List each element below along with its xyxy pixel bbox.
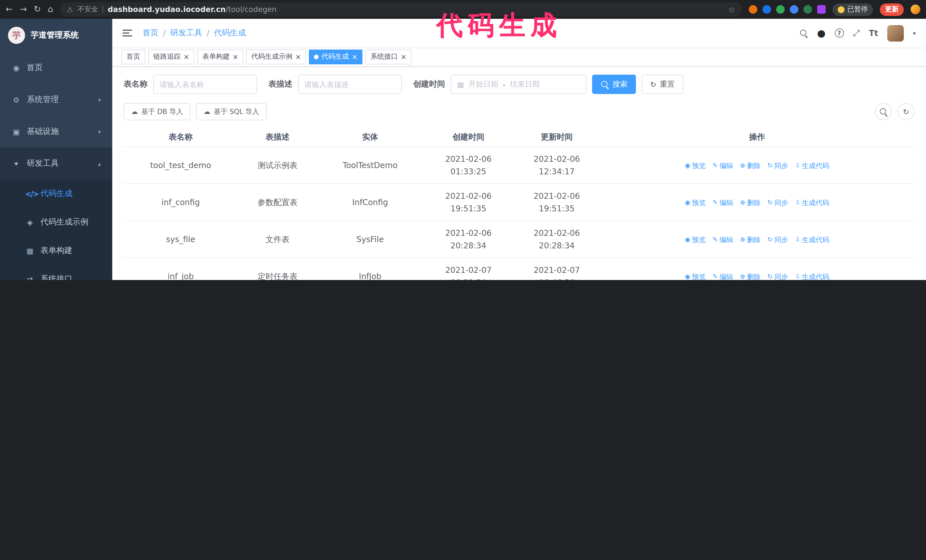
tab-代码生成示例[interactable]: 代码生成示例× [246, 49, 306, 64]
table-name-input[interactable] [153, 75, 257, 94]
warning-icon: ⚠ [67, 5, 73, 14]
action-edit-link[interactable]: ✎编辑 [713, 234, 733, 246]
reset-button[interactable]: ↻ 重置 [642, 75, 683, 94]
sidebar-item-infrastructure[interactable]: ▣ 基础设施 ▾ [0, 116, 112, 148]
update-button[interactable]: 更新 [880, 3, 904, 16]
date-end-placeholder[interactable]: 结束日期 [510, 79, 540, 89]
cell-updated: 2021-02-07 06:46:56 [514, 258, 599, 280]
font-size-icon[interactable]: Tt [869, 29, 878, 38]
tools-icon: ✦ [11, 159, 21, 168]
back-icon[interactable]: ← [6, 5, 13, 14]
import-db-label: 基于 DB 导入 [141, 107, 183, 116]
cell-desc: 测试示例表 [238, 147, 318, 184]
action-generate-link[interactable]: ⇩生成代码 [795, 270, 829, 280]
action-preview-link[interactable]: ◉预览 [685, 234, 706, 246]
cell-actions: ◉预览✎编辑⊗删除↻同步⇩生成代码 [599, 184, 915, 221]
sidebar-item-codegen-example[interactable]: ◈ 代码生成示例 [0, 208, 112, 236]
search-button[interactable]: 搜索 [592, 75, 636, 94]
create-time-range-picker[interactable]: ▦ 开始日期 - 结束日期 [451, 75, 586, 94]
refresh-table-button[interactable]: ↻ [897, 103, 915, 120]
tab-系统接口[interactable]: 系统接口× [366, 49, 412, 64]
date-separator: - [503, 80, 505, 89]
action-label: 生成代码 [802, 234, 829, 246]
breadcrumb-home[interactable]: 首页 [142, 28, 159, 38]
action-preview-link[interactable]: ◉预览 [685, 160, 706, 172]
github-icon[interactable]: ● [817, 27, 826, 39]
sidebar-item-home[interactable]: ◉ 首页 [0, 52, 112, 84]
topbar-actions: ● ? ⤢ Tt ▾ [799, 25, 916, 41]
home-icon[interactable]: ⌂ [48, 5, 53, 14]
tab-首页[interactable]: 首页 [121, 49, 145, 64]
preview-icon: ◉ [685, 160, 690, 172]
action-label: 预览 [692, 196, 706, 209]
extension-icon[interactable] [749, 5, 757, 14]
action-edit-link[interactable]: ✎编辑 [713, 196, 733, 209]
action-label: 编辑 [719, 160, 733, 172]
tab-代码生成[interactable]: 代码生成× [309, 49, 362, 64]
sync-icon: ↻ [767, 196, 773, 209]
date-start-placeholder[interactable]: 开始日期 [469, 79, 498, 89]
action-preview-link[interactable]: ◉预览 [685, 196, 706, 209]
profile-paused-badge[interactable]: 已暂停 [832, 3, 873, 16]
action-preview-link[interactable]: ◉预览 [685, 270, 706, 280]
chevron-down-icon[interactable]: ▾ [913, 30, 916, 36]
import-db-button[interactable]: ☁ 基于 DB 导入 [124, 103, 190, 120]
sidebar-item-codegen[interactable]: </> 代码生成 [0, 180, 112, 208]
col-entity: 实体 [318, 127, 423, 147]
extension-icon[interactable] [790, 5, 798, 14]
action-generate-link[interactable]: ⇩生成代码 [795, 160, 829, 172]
help-icon[interactable]: ? [835, 29, 844, 38]
action-edit-link[interactable]: ✎编辑 [713, 270, 733, 280]
cell-name: tool_test_demo [124, 147, 238, 184]
sidebar-item-form-builder[interactable]: ▦ 表单构建 [0, 236, 112, 265]
tab-表单构建[interactable]: 表单构建× [197, 49, 243, 64]
close-icon[interactable]: × [295, 53, 301, 60]
action-label: 预览 [692, 160, 706, 172]
action-delete-link[interactable]: ⊗删除 [740, 160, 761, 172]
edit-icon: ✎ [713, 270, 718, 280]
fullscreen-icon[interactable]: ⤢ [853, 28, 859, 38]
search-icon[interactable] [799, 29, 808, 37]
action-generate-link[interactable]: ⇩生成代码 [795, 234, 829, 246]
action-delete-link[interactable]: ⊗删除 [740, 270, 761, 280]
import-sql-button[interactable]: ☁ 基于 SQL 导入 [196, 103, 266, 120]
action-sync-link[interactable]: ↻同步 [767, 270, 788, 280]
sidebar-item-dev-tools[interactable]: ✦ 研发工具 ▴ [0, 148, 112, 180]
action-sync-link[interactable]: ↻同步 [767, 196, 788, 209]
col-table-desc: 表描述 [238, 127, 318, 147]
browser-profile-avatar[interactable] [911, 5, 920, 14]
hamburger-icon[interactable] [123, 30, 132, 36]
sidebar-item-api[interactable]: ⇄ 系统接口 [0, 265, 112, 280]
close-icon[interactable]: × [352, 53, 357, 60]
toggle-search-button[interactable] [875, 103, 892, 120]
puzzle-extension-icon[interactable] [817, 5, 826, 14]
extension-icon[interactable] [763, 5, 771, 14]
close-icon[interactable]: × [233, 53, 238, 60]
tab-链路追踪[interactable]: 链路追踪× [148, 49, 194, 64]
close-icon[interactable]: × [401, 53, 407, 60]
forward-icon[interactable]: → [20, 5, 27, 14]
avatar[interactable] [887, 25, 904, 41]
breadcrumb-dev-tools[interactable]: 研发工具 [170, 28, 202, 38]
extension-icon[interactable] [776, 5, 785, 14]
close-icon[interactable]: × [183, 53, 189, 60]
table-desc-input[interactable] [298, 75, 402, 94]
action-delete-link[interactable]: ⊗删除 [740, 234, 761, 246]
reload-icon[interactable]: ↻ [33, 5, 41, 14]
action-sync-link[interactable]: ↻同步 [767, 160, 788, 172]
action-sync-link[interactable]: ↻同步 [767, 234, 788, 246]
address-bar[interactable]: ⚠ 不安全 dashboard.yudao.iocoder.cn/tool/co… [60, 2, 742, 17]
action-delete-link[interactable]: ⊗删除 [740, 196, 761, 209]
app-logo[interactable]: 芋 芋道管理系统 [0, 19, 112, 52]
action-edit-link[interactable]: ✎编辑 [713, 160, 733, 172]
chevron-down-icon: ▾ [98, 97, 101, 103]
extension-icon[interactable] [803, 5, 812, 14]
bookmark-star-icon[interactable]: ☆ [728, 5, 735, 14]
cloud-upload-icon: ☁ [203, 108, 210, 116]
tab-label: 链路追踪 [153, 52, 181, 62]
action-generate-link[interactable]: ⇩生成代码 [795, 196, 829, 209]
sidebar-item-system[interactable]: ⚙ 系统管理 ▾ [0, 84, 112, 116]
sync-icon: ↻ [767, 234, 773, 246]
cloud-upload-icon: ☁ [131, 108, 138, 116]
action-label: 编辑 [719, 234, 733, 246]
